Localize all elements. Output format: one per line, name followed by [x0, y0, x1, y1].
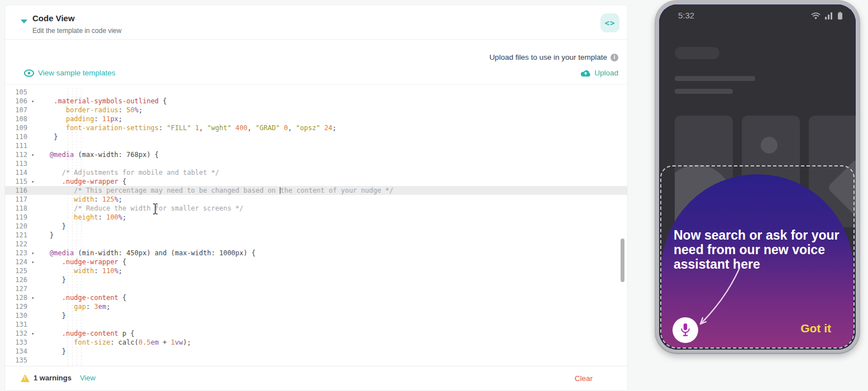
code-line[interactable]: 130 } — [5, 311, 627, 320]
code-line[interactable]: 135 — [5, 356, 627, 365]
code-line[interactable]: 105 — [5, 88, 627, 97]
status-bar-time: 5:32 — [678, 11, 694, 20]
code-line[interactable]: 132▾ .nudge-content p { — [5, 329, 627, 338]
line-number: 131 — [5, 320, 35, 329]
warnings-count: 1 warnings — [34, 374, 71, 382]
warning-icon — [21, 374, 30, 382]
view-warnings-link[interactable]: View — [80, 374, 96, 382]
code-line[interactable]: 107 border-radius: 50%; — [5, 106, 627, 115]
line-number: 118 — [5, 204, 35, 213]
line-number: 135 — [5, 356, 35, 365]
upload-button[interactable]: Upload — [580, 69, 618, 77]
code-line[interactable]: 133 font-size: calc(0.5em + 1vw); — [5, 338, 627, 347]
info-icon[interactable]: i — [611, 54, 618, 61]
page-subtitle: Edit the template in code view — [32, 27, 121, 35]
line-number: 134 — [5, 347, 35, 356]
fold-arrow-icon[interactable]: ▾ — [31, 294, 34, 303]
line-number: 106▾ — [5, 97, 35, 106]
cloud-upload-icon — [580, 69, 591, 77]
line-number: 127 — [5, 284, 35, 293]
line-number: 121 — [5, 231, 35, 240]
vertical-scrollbar[interactable] — [621, 239, 624, 282]
line-number: 120 — [5, 222, 35, 231]
code-line[interactable]: 119 height: 100%; — [5, 213, 627, 222]
page-title: Code View — [32, 13, 75, 23]
line-number: 126 — [5, 275, 35, 284]
nudge-message-line: need from our new voice — [674, 242, 840, 257]
line-number: 122 — [5, 240, 35, 249]
got-it-button[interactable]: Got it — [800, 322, 831, 335]
eye-icon — [24, 69, 34, 77]
panel-header: Code View Edit the template in code view… — [5, 5, 627, 40]
line-number: 110 — [5, 132, 35, 141]
fold-arrow-icon[interactable]: ▾ — [31, 178, 34, 187]
line-number: 114 — [5, 168, 35, 177]
code-line[interactable]: 112▾@media (max-width: 768px) { — [5, 150, 627, 159]
line-number: 132▾ — [5, 329, 35, 338]
code-line[interactable]: 124▾ .nudge-wrapper { — [5, 258, 627, 266]
code-line[interactable]: 128▾ .nudge-content { — [5, 293, 627, 302]
line-number: 116 — [5, 186, 35, 195]
status-bar-icons — [811, 12, 842, 20]
code-line[interactable]: 126 } — [5, 275, 627, 284]
line-number: 112▾ — [5, 150, 35, 159]
chevron-down-icon[interactable] — [21, 20, 27, 23]
signal-icon — [825, 12, 833, 20]
code-line[interactable]: 117 width: 125%; — [5, 195, 627, 204]
code-line[interactable]: 121} — [5, 231, 627, 240]
line-number: 115▾ — [5, 177, 35, 186]
code-line[interactable]: 113 — [5, 159, 627, 168]
view-sample-templates-link[interactable]: View sample templates — [24, 69, 116, 77]
skeleton-title-placeholder — [675, 47, 719, 59]
fold-arrow-icon[interactable]: ▾ — [31, 151, 34, 160]
voice-assistant-nudge: Now search or ask for your need from our… — [660, 165, 855, 349]
line-number: 117 — [5, 195, 35, 204]
code-line[interactable]: 123▾@media (min-width: 450px) and (max-w… — [5, 249, 627, 258]
code-line[interactable]: 120 } — [5, 222, 627, 231]
code-view-panel: Code View Edit the template in code view… — [4, 4, 628, 391]
line-number: 130 — [5, 311, 35, 320]
view-sample-templates-label: View sample templates — [38, 69, 116, 77]
code-line[interactable]: 134 } — [5, 347, 627, 356]
clear-link[interactable]: Clear — [575, 374, 593, 383]
line-number: 123▾ — [5, 249, 35, 258]
line-number: 133 — [5, 338, 35, 347]
line-number: 107 — [5, 106, 35, 115]
fold-arrow-icon[interactable]: ▾ — [31, 330, 34, 338]
code-line[interactable]: 127 — [5, 284, 627, 293]
code-lines: 105106▾ .material-symbols-outlined {107 … — [5, 85, 627, 371]
code-editor[interactable]: 105106▾ .material-symbols-outlined {107 … — [5, 84, 627, 371]
nudge-message-line: Now search or ask for your — [674, 228, 840, 242]
code-line[interactable]: 108 padding: 11px; — [5, 115, 627, 123]
editor-toolbar: View sample templates Upload files to us… — [5, 40, 627, 84]
fold-arrow-icon[interactable]: ▾ — [31, 258, 34, 267]
code-line[interactable]: 110 } — [5, 132, 627, 141]
battery-icon — [838, 12, 842, 20]
upload-hint-text: Upload files to use in your template — [489, 53, 607, 61]
line-number: 119 — [5, 213, 35, 222]
code-line[interactable]: 111 — [5, 141, 627, 150]
fold-arrow-icon[interactable]: ▾ — [31, 249, 34, 258]
code-line[interactable]: 106▾ .material-symbols-outlined { — [5, 97, 627, 106]
code-line[interactable]: 114 /* Adjustments for mobile and tablet… — [5, 168, 627, 177]
line-number: 129 — [5, 302, 35, 311]
code-line[interactable]: 109 font-variation-settings: "FILL" 1, "… — [5, 123, 627, 132]
mic-button[interactable] — [673, 317, 698, 343]
fold-arrow-icon[interactable]: ▾ — [31, 97, 34, 106]
code-line[interactable]: 116 /* This percentage may need to be ch… — [5, 186, 627, 195]
line-number: 109 — [5, 123, 35, 132]
code-line[interactable]: 115▾ .nudge-wrapper { — [5, 177, 627, 186]
code-line[interactable]: 122 — [5, 240, 627, 249]
line-number: 108 — [5, 115, 35, 123]
nudge-message: Now search or ask for your need from our… — [674, 228, 840, 271]
line-number: 105 — [5, 88, 35, 97]
line-number: 125 — [5, 266, 35, 275]
code-line[interactable]: 129 gap: 3em; — [5, 302, 627, 311]
code-line[interactable]: 131 — [5, 320, 627, 329]
code-view-toggle-button[interactable]: <> — [600, 13, 619, 32]
code-line[interactable]: 118 /* Reduce the width for smaller scre… — [5, 204, 627, 213]
line-number: 124▾ — [5, 258, 35, 266]
code-icon: <> — [605, 18, 616, 27]
code-line[interactable]: 125 width: 110%; — [5, 266, 627, 275]
upload-label: Upload — [594, 69, 618, 77]
